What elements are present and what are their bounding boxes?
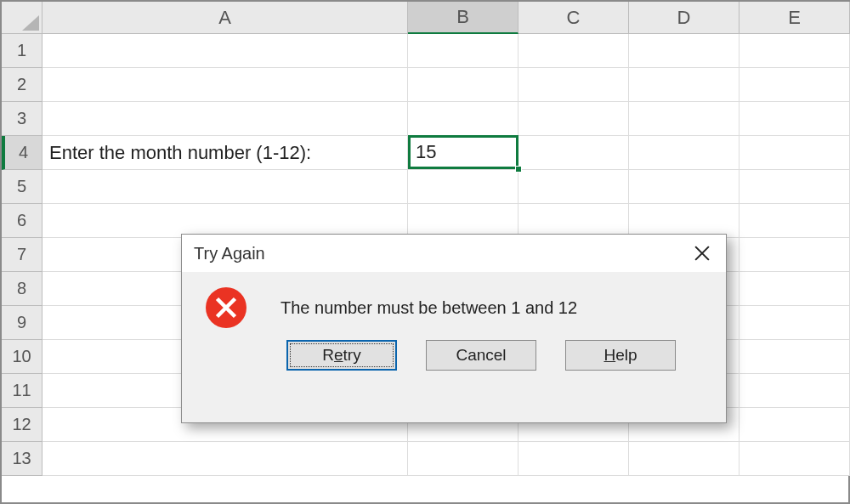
- close-icon: [694, 246, 710, 261]
- cell-C5[interactable]: [518, 170, 629, 204]
- cell-E13[interactable]: [740, 442, 850, 476]
- cell-B6[interactable]: [408, 204, 518, 238]
- col-header-B[interactable]: B: [408, 2, 518, 34]
- cell-E3[interactable]: [740, 102, 850, 136]
- cell-A2[interactable]: [42, 68, 408, 102]
- cell-D1[interactable]: [629, 34, 740, 68]
- cell-C4[interactable]: [518, 136, 629, 170]
- row-header-9[interactable]: 9: [2, 306, 42, 340]
- cell-E1[interactable]: [740, 34, 850, 68]
- cell-D3[interactable]: [629, 102, 740, 136]
- cell-C13[interactable]: [518, 442, 629, 476]
- close-button[interactable]: [678, 235, 726, 272]
- cell-D4[interactable]: [629, 136, 740, 170]
- row-header-4[interactable]: 4: [2, 136, 42, 170]
- cell-B5[interactable]: [408, 170, 518, 204]
- cell-A6[interactable]: [42, 204, 408, 238]
- cell-E2[interactable]: [740, 68, 850, 102]
- cell-B3[interactable]: [408, 102, 518, 136]
- cell-D6[interactable]: [629, 204, 740, 238]
- cell-E11[interactable]: [740, 374, 850, 408]
- cell-C2[interactable]: [518, 68, 629, 102]
- cancel-button[interactable]: Cancel: [426, 340, 536, 371]
- cell-selection: 15: [408, 135, 518, 169]
- col-header-A[interactable]: A: [42, 2, 408, 34]
- row-header-11[interactable]: 11: [2, 374, 42, 408]
- cell-A3[interactable]: [42, 102, 408, 136]
- row-header-8[interactable]: 8: [2, 272, 42, 306]
- cell-D13[interactable]: [629, 442, 740, 476]
- col-header-E[interactable]: E: [740, 2, 850, 34]
- cell-A1[interactable]: [42, 34, 408, 68]
- row-header-2[interactable]: 2: [2, 68, 42, 102]
- cell-A5[interactable]: [42, 170, 408, 204]
- cell-A4[interactable]: Enter the month number (1-12):: [42, 136, 408, 170]
- cell-E7[interactable]: [740, 238, 850, 272]
- col-header-D[interactable]: D: [629, 2, 740, 34]
- cell-B13[interactable]: [408, 442, 518, 476]
- retry-button[interactable]: Retry: [286, 340, 397, 371]
- cell-E6[interactable]: [740, 204, 850, 238]
- cell-B1[interactable]: [408, 34, 518, 68]
- row-header-10[interactable]: 10: [2, 340, 42, 374]
- cell-C1[interactable]: [518, 34, 629, 68]
- cell-C3[interactable]: [518, 102, 629, 136]
- row-header-13[interactable]: 13: [2, 442, 42, 476]
- col-header-C[interactable]: C: [518, 2, 629, 34]
- dialog-message: The number must be between 1 and 12: [280, 298, 577, 318]
- error-icon: [206, 287, 246, 328]
- cell-E5[interactable]: [740, 170, 850, 204]
- row-header-12[interactable]: 12: [2, 408, 42, 442]
- spreadsheet-frame: ABCDE1234Enter the month number (1-12):5…: [0, 0, 850, 504]
- dialog-title: Try Again: [194, 244, 265, 263]
- cell-B2[interactable]: [408, 68, 518, 102]
- row-header-3[interactable]: 3: [2, 102, 42, 136]
- select-all-corner[interactable]: [2, 2, 42, 34]
- active-cell[interactable]: 15: [408, 135, 518, 169]
- row-header-6[interactable]: 6: [2, 204, 42, 238]
- cell-D5[interactable]: [629, 170, 740, 204]
- cell-C6[interactable]: [518, 204, 629, 238]
- cell-E9[interactable]: [740, 306, 850, 340]
- dialog-titlebar: Try Again: [182, 235, 726, 272]
- cell-A13[interactable]: [42, 442, 408, 476]
- row-header-1[interactable]: 1: [2, 34, 42, 68]
- dialog-actions: Retry Cancel Help: [182, 340, 726, 386]
- cell-E8[interactable]: [740, 272, 850, 306]
- row-header-5[interactable]: 5: [2, 170, 42, 204]
- error-dialog: Try Again The number must be between 1 a…: [181, 234, 727, 423]
- row-header-7[interactable]: 7: [2, 238, 42, 272]
- cell-E4[interactable]: [740, 136, 850, 170]
- cell-D2[interactable]: [629, 68, 740, 102]
- help-button[interactable]: Help: [565, 340, 676, 371]
- cell-E10[interactable]: [740, 340, 850, 374]
- cell-E12[interactable]: [740, 408, 850, 442]
